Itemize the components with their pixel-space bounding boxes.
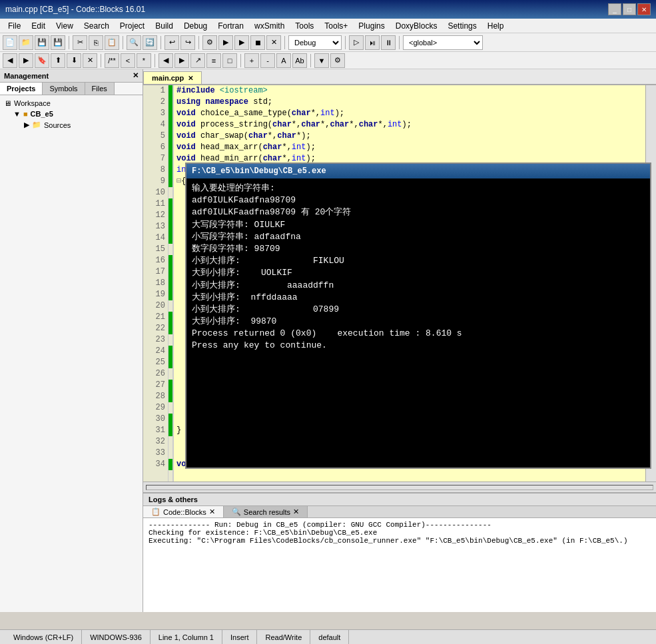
sep8 [101, 54, 101, 67]
term-line: 输入要处理的字符串: [192, 182, 645, 194]
tab-close-button[interactable]: ✕ [188, 75, 193, 82]
horizontal-scrollbar[interactable] [143, 482, 656, 492]
new-btn[interactable]: 📄 [3, 35, 17, 50]
back-btn[interactable]: ◀ [3, 53, 17, 68]
comment2-btn[interactable]: < [121, 53, 135, 68]
search-tab-close[interactable]: ✕ [293, 507, 299, 516]
symbols-tab[interactable]: Symbols [43, 83, 85, 95]
run-btn[interactable]: ▶ [218, 35, 233, 50]
sources-expand-icon: ▶ [24, 121, 29, 129]
abort-btn[interactable]: ✕ [266, 35, 281, 50]
code-line: #include <iostream> [176, 85, 643, 97]
default-label: default [318, 633, 340, 641]
terminal-window[interactable]: F:\CB_e5\bin\Debug\CB_e5.exe 输入要处理的字符串: … [185, 162, 651, 469]
terminal-content: 输入要处理的字符串: adf0IULKFaadfna98709 adf0IULK… [186, 178, 650, 468]
menu-debug[interactable]: Debug [178, 20, 212, 32]
zoom-in-btn[interactable]: + [244, 53, 259, 68]
search-results-tab[interactable]: 🔍 Search results ✕ [224, 506, 308, 517]
code-line: void choice_a_same_type(char*,int); [176, 108, 643, 119]
build-run-btn[interactable]: ▶ [234, 35, 249, 50]
charset-label: WINDOWS-936 [90, 633, 142, 641]
zoom-out-btn[interactable]: - [260, 53, 275, 68]
cut-btn[interactable]: ✂ [73, 35, 87, 50]
menu-wxsmith[interactable]: wxSmith [249, 20, 290, 32]
menu-doxyblocks[interactable]: DoxyBlocks [390, 20, 443, 32]
block-btn[interactable]: * [137, 53, 151, 68]
menu-fortran[interactable]: Fortran [212, 20, 249, 32]
scope-dropdown[interactable]: <global> [403, 35, 483, 50]
app-title: main.cpp [CB_e5] - Code::Blocks 16.01 [5, 5, 145, 14]
select-btn[interactable]: □ [222, 53, 237, 68]
build-btn[interactable]: ⚙ [202, 35, 217, 50]
code-line: void process_string(char*,char*,char*,ch… [176, 119, 643, 131]
toolbar1: 📄 📁 💾 💾 ✂ ⎘ 📋 🔍 🔄 ↩ ↪ ⚙ ▶ ▶ ⏹ ✕ Debug Re… [0, 33, 656, 52]
debug-run-btn[interactable]: ▷ [349, 35, 364, 50]
menu-settings[interactable]: Settings [442, 20, 482, 32]
clear-bookmark-btn[interactable]: ✕ [83, 53, 97, 68]
more-btn[interactable]: ▼ [314, 53, 329, 68]
menu-file[interactable]: File [3, 20, 26, 32]
prev-error-btn[interactable]: ◀ [159, 53, 173, 68]
paste-btn[interactable]: 📋 [105, 35, 119, 50]
menu-search[interactable]: Search [79, 20, 115, 32]
forward-btn[interactable]: ▶ [19, 53, 33, 68]
debug-stop-btn[interactable]: ⏸ [381, 35, 396, 50]
debug-btn[interactable]: ⏯ [365, 35, 380, 50]
replace-btn[interactable]: 🔄 [143, 35, 157, 50]
copy-btn[interactable]: ⎘ [89, 35, 103, 50]
col-btn[interactable]: A [276, 53, 291, 68]
stop-btn[interactable]: ⏹ [250, 35, 265, 50]
settings-btn[interactable]: ⚙ [330, 53, 345, 68]
menu-tools[interactable]: Tools [290, 20, 319, 32]
menu-help[interactable]: Help [482, 20, 509, 32]
undo-btn[interactable]: ↩ [164, 35, 179, 50]
menu-view[interactable]: View [51, 20, 79, 32]
menu-project[interactable]: Project [115, 20, 150, 32]
menu-toolsplus[interactable]: Tools+ [319, 20, 353, 32]
sep11 [310, 54, 311, 67]
term-line: 大到小排序: 99870 [192, 316, 645, 328]
term-line: 大写段字符串: OIULKF [192, 219, 645, 231]
open-btn[interactable]: 📁 [19, 35, 33, 50]
workspace-item[interactable]: 🖥 Workspace [3, 98, 140, 109]
sep5 [284, 36, 285, 49]
comment-btn[interactable]: /** [105, 53, 119, 68]
redo-btn[interactable]: ↪ [180, 35, 195, 50]
search-icon: 🔍 [232, 507, 241, 516]
log-tab-close[interactable]: ✕ [209, 507, 215, 516]
codeblocks-log-tab[interactable]: 📋 Code::Blocks ✕ [143, 506, 224, 517]
term-line: 大到小排序: UOLKIF [192, 267, 645, 279]
bookmark-btn[interactable]: 🔖 [35, 53, 49, 68]
find-btn[interactable]: 🔍 [127, 35, 141, 50]
menu-edit[interactable]: Edit [26, 20, 51, 32]
minimize-button[interactable]: _ [608, 3, 621, 15]
next-error-btn[interactable]: ▶ [174, 53, 189, 68]
term-line: Press any key to continue. [192, 340, 645, 352]
projects-tab[interactable]: Projects [0, 83, 43, 95]
config-dropdown[interactable]: Debug Release [288, 35, 342, 50]
ab-btn[interactable]: Ab [292, 53, 307, 68]
save-btn[interactable]: 💾 [35, 35, 49, 50]
panel-close-icon[interactable]: ✕ [133, 71, 139, 80]
workspace-label: Workspace [14, 99, 51, 107]
sep1 [69, 36, 69, 49]
jump-btn[interactable]: ↗ [190, 53, 205, 68]
files-tab[interactable]: Files [85, 83, 115, 95]
logs-content: -------------- Run: Debug in CB_e5 (comp… [143, 518, 656, 612]
next-bookmark-btn[interactable]: ⬇ [67, 53, 81, 68]
charset-cell: WINDOWS-936 [82, 630, 151, 644]
menu-build[interactable]: Build [150, 20, 178, 32]
save-all-btn[interactable]: 💾 [51, 35, 65, 50]
prev-bookmark-btn[interactable]: ⬆ [51, 53, 65, 68]
sources-item[interactable]: ▶ 📁 Sources [3, 119, 140, 131]
main-cpp-tab[interactable]: main.cpp ✕ [143, 71, 202, 84]
term-line: adf0IULKFaadfna98709 有 20个字符 [192, 206, 645, 218]
encoding-cell: Windows (CR+LF) [5, 630, 82, 644]
project-item[interactable]: ▼ ■ CB_e5 [3, 109, 140, 119]
menu-plugins[interactable]: Plugins [353, 20, 390, 32]
match-btn[interactable]: ≡ [206, 53, 221, 68]
close-button[interactable]: ✕ [637, 3, 651, 15]
project-label: CB_e5 [31, 110, 53, 118]
readwrite-cell: Read/Write [257, 630, 310, 644]
maximize-button[interactable]: □ [623, 3, 636, 15]
